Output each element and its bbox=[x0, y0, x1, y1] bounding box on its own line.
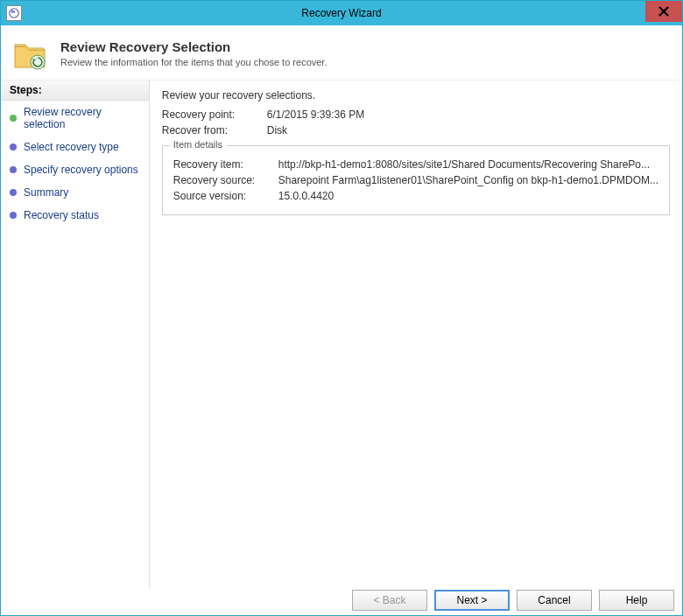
recovery-point-value: 6/1/2015 9:39:36 PM bbox=[267, 108, 670, 121]
cancel-button[interactable]: Cancel bbox=[517, 590, 592, 611]
titlebar: Recovery Wizard bbox=[1, 1, 682, 25]
folder-recovery-icon bbox=[13, 39, 48, 71]
steps-sidebar: Steps: Review recovery selection Select … bbox=[1, 80, 150, 588]
step-bullet-icon bbox=[10, 144, 17, 150]
back-button[interactable]: < Back bbox=[352, 590, 427, 611]
next-button[interactable]: Next > bbox=[434, 590, 510, 611]
page-subtitle: Review the information for the items tha… bbox=[60, 57, 327, 67]
help-button[interactable]: Help bbox=[599, 590, 674, 611]
step-label: Select recovery type bbox=[24, 141, 119, 153]
step-bullet-icon bbox=[10, 166, 17, 173]
step-review-recovery-selection[interactable]: Review recovery selection bbox=[1, 101, 149, 136]
app-icon bbox=[6, 5, 22, 21]
recovery-source-label: Recovery source: bbox=[173, 174, 278, 186]
step-bullet-icon bbox=[10, 212, 17, 219]
step-recovery-status[interactable]: Recovery status bbox=[1, 204, 149, 227]
step-select-recovery-type[interactable]: Select recovery type bbox=[1, 136, 149, 158]
recover-from-label: Recover from: bbox=[162, 124, 267, 136]
wizard-header: Review Recovery Selection Review the inf… bbox=[1, 25, 682, 80]
recovery-item-value: http://bkp-h1-demo1:8080/sites/site1/Sha… bbox=[278, 158, 658, 171]
main-panel: Review your recovery selections. Recover… bbox=[150, 80, 682, 588]
step-label: Specify recovery options bbox=[24, 164, 138, 176]
recovery-point-label: Recovery point: bbox=[162, 108, 267, 121]
recover-from-value: Disk bbox=[267, 124, 670, 136]
page-title: Review Recovery Selection bbox=[60, 39, 327, 54]
step-bullet-icon bbox=[10, 115, 17, 122]
step-label: Summary bbox=[24, 186, 68, 199]
recovery-item-label: Recovery item: bbox=[173, 158, 278, 171]
step-specify-recovery-options[interactable]: Specify recovery options bbox=[1, 158, 149, 181]
wizard-buttons: < Back Next > Cancel Help bbox=[352, 590, 674, 611]
window-title: Recovery Wizard bbox=[301, 7, 381, 19]
source-version-label: Source version: bbox=[173, 190, 278, 202]
source-version-value: 15.0.0.4420 bbox=[278, 190, 658, 202]
step-bullet-icon bbox=[10, 189, 17, 196]
intro-text: Review your recovery selections. bbox=[162, 89, 670, 102]
steps-title: Steps: bbox=[1, 80, 149, 101]
close-button[interactable] bbox=[645, 1, 682, 22]
step-label: Recovery status bbox=[24, 209, 99, 221]
recovery-source-value: Sharepoint Farm\ag1listener01\SharePoint… bbox=[278, 174, 658, 186]
item-details-group: Item details Recovery item: http://bkp-h… bbox=[162, 145, 670, 215]
step-label: Review recovery selection bbox=[24, 106, 140, 130]
step-summary[interactable]: Summary bbox=[1, 181, 149, 204]
item-details-title: Item details bbox=[170, 139, 226, 150]
